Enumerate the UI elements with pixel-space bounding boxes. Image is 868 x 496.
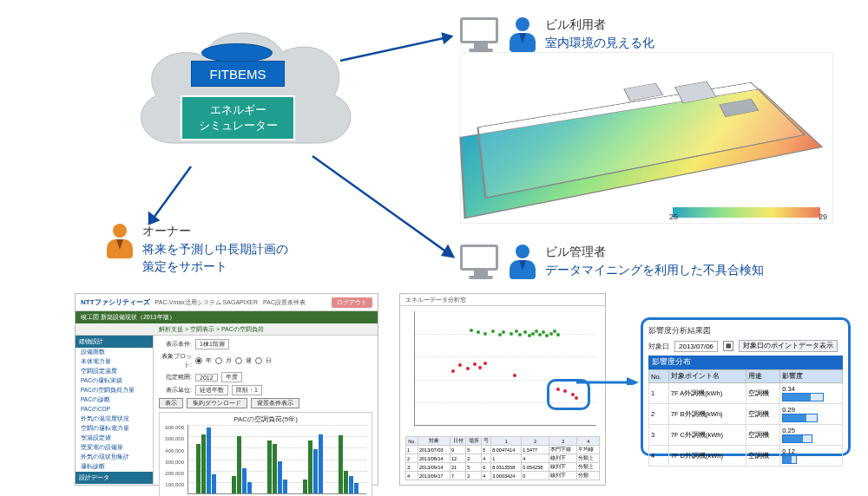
sidebar-item[interactable]: 外気の現状別集計 (76, 453, 153, 462)
scatter-point (538, 333, 542, 336)
bar (349, 476, 353, 493)
scatter-point (553, 330, 556, 333)
sidebar-item[interactable]: 室温設定値 (76, 434, 153, 443)
user-desc: 室内環境の見える化 (545, 35, 654, 52)
sidebar-item[interactable]: 空調設定温度 (76, 367, 153, 376)
bar (303, 480, 307, 493)
admin-persona: ビル管理者 データマイニングを利用した不具合検知 (460, 245, 764, 281)
interval-select[interactable]: 経過年数 (195, 385, 228, 395)
bar (207, 427, 211, 493)
monitor-icon (460, 245, 502, 281)
scatter-point (518, 333, 522, 336)
scatter-point (466, 367, 470, 370)
influence-detail-panel: 影響度分析結果図 対象日 2013/07/06 ▦ 対象日のポイントデータ表示 … (641, 317, 851, 456)
sidebar-header: 建物設計 (76, 336, 153, 348)
scatter-point (556, 333, 560, 336)
scatter-point (545, 334, 549, 337)
person-icon (507, 17, 538, 54)
bar (283, 480, 287, 493)
sidebar-item[interactable]: PACの空調負荷力量 (76, 386, 153, 395)
sidebar-item[interactable]: FAN設備種類 (76, 484, 153, 485)
scatter-point (515, 330, 518, 333)
radio-month[interactable] (215, 357, 222, 364)
energy-simulator-label: エネルギー シミュレーター (181, 95, 295, 140)
user-role: ビル利用者 (545, 17, 654, 33)
label: 表象プロット: (159, 352, 192, 369)
owner-desc: 将来を予測し中長期計画の 策定をサポート (142, 241, 288, 275)
scatter-point (458, 363, 462, 367)
cloud-group: FITBEMS エネルギー シミュレーター (122, 13, 365, 178)
calendar-icon[interactable]: ▦ (723, 341, 733, 351)
sim-line1: エネルギー (210, 103, 266, 116)
bar (232, 476, 236, 493)
scatter-point (473, 362, 477, 366)
unit-select[interactable]: 年度 (221, 372, 242, 382)
sidebar-item[interactable]: 受変電の設備量 (76, 443, 153, 453)
radio-year[interactable] (195, 357, 202, 364)
monitor-icon (460, 17, 502, 54)
person-icon (507, 245, 538, 281)
sidebar-item[interactable]: PACのCOP (76, 405, 153, 414)
scatter-point (451, 369, 455, 373)
year-select[interactable]: 2012 (195, 374, 218, 382)
anomaly-scatter-panel: エネルーデータ分析窓 No.対象日付場所号123412013/07/039558… (399, 293, 606, 486)
sidebar-item[interactable]: 運転診断 (76, 462, 153, 472)
svg-marker-3 (443, 246, 453, 257)
bar (201, 434, 206, 493)
scatter-point (549, 332, 553, 336)
sidebar-item[interactable]: 空調の運転電力量 (76, 424, 153, 434)
owner-app-screenshot: NTTファシリティーズ PAC-Vmax活用システム SAGAPIXER PAC… (75, 293, 378, 486)
sidebar-item[interactable]: PACの運転実績 (76, 376, 153, 386)
csv-button[interactable]: 集約ダウンロード (187, 398, 247, 408)
svg-marker-7 (627, 377, 639, 385)
pac-load-chart: PACの空調負荷(5年) 600,000500,000400,000300,00… (159, 412, 372, 496)
bar (267, 441, 272, 493)
scatter-point (510, 332, 513, 336)
detail-title: 影響度分析結果図 (648, 325, 843, 336)
heatmap-legend (673, 207, 820, 218)
print-button[interactable]: 背景条件表示 (251, 398, 299, 408)
display-button[interactable]: 表示 (159, 398, 183, 408)
sidebar-item[interactable]: PACの診断 (76, 395, 153, 405)
bar (242, 468, 247, 493)
app-system-name: PAC-Vmax活用システム SAGAPIXER (155, 298, 259, 307)
sidebar-item[interactable]: 外気の温湿度状況 (76, 414, 153, 424)
database-icon (201, 43, 273, 62)
scatter-point (498, 333, 502, 336)
scatter-title: エネルーデータ分析窓 (400, 294, 605, 306)
owner-persona: オーナー 将来を予測し中長期計画の 策定をサポート (104, 224, 288, 275)
logout-button[interactable]: ログアウト (332, 297, 372, 308)
radio-day[interactable] (255, 357, 262, 364)
app-sidebar: 建物設計設備面数本体電力量空調設定温度PACの運転実績PACの空調負荷力量PAC… (76, 336, 154, 485)
app-tabbar[interactable]: 竣工図 新築設備現状（2013年版） (76, 311, 378, 323)
room-environment-render: 25 29 (460, 52, 833, 224)
sort-select[interactable]: 降順・1 (232, 385, 262, 395)
scatter-point (513, 374, 516, 377)
detail-link-arrow (575, 375, 639, 385)
bar (278, 461, 282, 493)
radio-week[interactable] (235, 357, 242, 364)
section-header: 影響度分布 (648, 356, 843, 369)
dropdown[interactable]: 1棟1階層 (195, 339, 229, 349)
bar (247, 482, 252, 493)
sidebar-header: 設計データ (76, 472, 153, 484)
date-label: 対象日 (648, 342, 669, 351)
legend-max: 29 (819, 212, 827, 221)
bar (344, 471, 348, 493)
scatter-point (478, 366, 482, 369)
date-input[interactable]: 2013/07/06 (674, 341, 718, 352)
legend-min: 25 (669, 212, 678, 221)
label: 指定範囲: (159, 373, 192, 382)
app-logo: NTTファシリティーズ (81, 297, 150, 307)
show-point-data-button[interactable]: 対象日のポイントデータ表示 (739, 340, 838, 352)
sidebar-item[interactable]: 本体電力量 (76, 357, 153, 367)
sidebar-item[interactable]: 設備面数 (76, 348, 153, 357)
user-persona: ビル利用者 室内環境の見える化 (460, 17, 654, 54)
svg-marker-1 (443, 34, 451, 42)
sim-line2: シミュレーター (199, 119, 278, 132)
person-icon (104, 224, 135, 260)
admin-role: ビル管理者 (545, 245, 764, 260)
bar (319, 434, 323, 493)
bar (273, 444, 277, 493)
bar (354, 483, 358, 493)
